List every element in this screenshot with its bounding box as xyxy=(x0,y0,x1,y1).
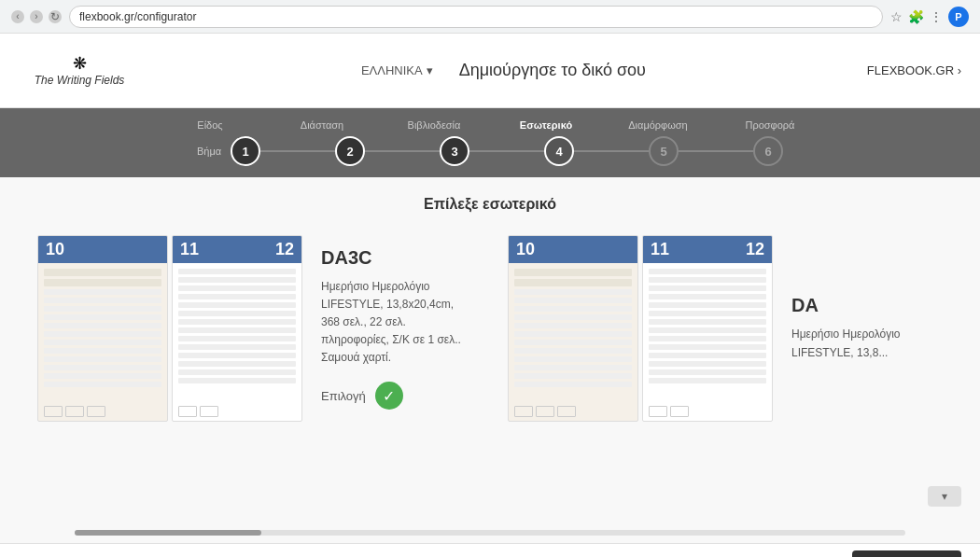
book-footer-dots xyxy=(514,406,632,417)
chevron-down-icon: ▾ xyxy=(942,490,947,503)
step-label-5: Διαμόρφωση xyxy=(602,119,714,131)
forward-button[interactable]: › xyxy=(30,10,43,23)
line xyxy=(649,269,766,274)
line xyxy=(44,269,161,276)
action-label-1: Επιλογή xyxy=(321,389,366,403)
book-preview-1: 10 xyxy=(37,235,302,422)
steps-circles-row: Βήμα 1 2 3 4 5 6 xyxy=(197,136,783,166)
line xyxy=(178,369,296,375)
line xyxy=(44,356,161,362)
step-line-4-5 xyxy=(574,150,649,152)
line xyxy=(649,369,766,375)
step-circle-5[interactable]: 5 xyxy=(649,136,679,166)
step-num-1: 1 xyxy=(242,145,248,159)
footer-dot xyxy=(514,406,533,417)
step-label-1: Είδος xyxy=(154,119,266,131)
step-num-3: 3 xyxy=(451,145,457,159)
book-lines-left-1 xyxy=(38,263,167,402)
selected-check-icon-1[interactable]: ✓ xyxy=(375,382,403,410)
line xyxy=(514,373,632,379)
footer-dot xyxy=(670,406,689,417)
book-footer-left-1 xyxy=(38,402,167,421)
step-num-2: 2 xyxy=(346,145,353,159)
step-label-text-1: Είδος xyxy=(197,119,222,131)
step-label-text-5: Διαμόρφωση xyxy=(628,119,688,131)
line xyxy=(514,279,632,286)
card-action-1[interactable]: Επιλογή ✓ xyxy=(321,382,470,410)
product-description-1: Ημερήσιο Ημερολόγιο LIFESTYLE, 13,8x20,4… xyxy=(321,278,470,368)
next-button[interactable]: Επόμενο › xyxy=(852,550,961,558)
page-footer: Οι επιλογές μου ▲ Επόμενο › xyxy=(0,543,980,557)
line xyxy=(514,331,632,337)
step-label-text-3: Βιβλιοδεσία xyxy=(408,119,461,131)
book-preview-2: 10 xyxy=(508,235,773,422)
scroll-track[interactable] xyxy=(75,530,905,536)
steps-bar: Είδος Διάσταση Βιβλιοδεσία Εσωτερικό Δια… xyxy=(0,108,980,177)
back-button[interactable]: ‹ xyxy=(11,10,24,23)
book-footer-dots xyxy=(44,406,161,417)
step-circle-4[interactable]: 4 xyxy=(544,136,574,166)
step-label-4: Εσωτερικό xyxy=(490,119,602,131)
menu-icon: ⋮ xyxy=(930,9,943,24)
book-right-page-1: 11 12 xyxy=(172,235,302,422)
main-content: Επίλεξε εσωτερικό 10 xyxy=(0,177,980,522)
site-logo[interactable]: ❋ The Writing Fields xyxy=(19,53,140,89)
step-label-text-6: Προσφορά xyxy=(746,119,795,131)
footer-dot xyxy=(178,406,197,417)
lang-label: ΕΛΛΗΝΙΚΑ xyxy=(361,63,423,77)
scroll-area xyxy=(0,522,980,543)
footer-dot xyxy=(44,406,63,417)
step-labels: Είδος Διάσταση Βιβλιοδεσία Εσωτερικό Δια… xyxy=(154,119,826,131)
footer-dot xyxy=(536,406,554,417)
line xyxy=(514,298,632,303)
line xyxy=(649,319,766,325)
step-num-4: 4 xyxy=(555,145,562,159)
logo-symbol: ❋ xyxy=(73,53,87,74)
line xyxy=(44,298,161,303)
step-circle-6[interactable]: 6 xyxy=(753,136,783,166)
url-bar[interactable]: flexbook.gr/configurator xyxy=(69,6,883,28)
line xyxy=(514,306,632,312)
step-num-5: 5 xyxy=(660,145,666,159)
book-left-page-1: 10 xyxy=(37,235,168,422)
product-card-2: 10 xyxy=(508,235,941,422)
line xyxy=(44,279,161,286)
page-num-right-2: 12 xyxy=(746,240,764,259)
line xyxy=(178,336,296,341)
book-lines-left-2 xyxy=(509,263,637,402)
header-nav: ΕΛΛΗΝΙΚΑ ▾ Δημιούργησε το δικό σου xyxy=(140,61,867,80)
line xyxy=(178,302,296,308)
page-num-left-2: 10 xyxy=(516,240,535,259)
step-circle-3[interactable]: 3 xyxy=(440,136,469,166)
scroll-thumb[interactable] xyxy=(75,530,261,536)
line xyxy=(649,327,766,333)
page-num-mid-2: 11 xyxy=(651,240,669,259)
site-link[interactable]: FLEXBOOK.GR › xyxy=(867,63,961,77)
profile-icon[interactable]: P xyxy=(948,7,969,27)
line xyxy=(649,277,766,283)
line xyxy=(178,327,296,333)
product-description-2: Ημερήσιο Ημερολόγιο LIFESTYLE, 13,8... xyxy=(791,326,941,361)
line xyxy=(178,344,296,350)
logo-text: The Writing Fields xyxy=(35,74,125,89)
book-right-page-2: 11 12 xyxy=(642,235,773,422)
line xyxy=(44,289,161,295)
book-lines-right-1 xyxy=(173,263,301,402)
page-num-right: 12 xyxy=(275,240,294,259)
line xyxy=(178,285,296,291)
language-selector[interactable]: ΕΛΛΗΝΙΚΑ ▾ xyxy=(361,63,433,77)
line xyxy=(649,285,766,291)
line xyxy=(44,331,161,337)
line xyxy=(178,294,296,299)
line xyxy=(514,340,632,345)
step-circle-1[interactable]: 1 xyxy=(231,136,260,166)
step-label-2: Διάσταση xyxy=(266,119,378,131)
reload-button[interactable]: ↻ xyxy=(49,10,62,23)
card-info-2: DA Ημερήσιο Ημερολόγιο LIFESTYLE, 13,8..… xyxy=(791,295,941,361)
line xyxy=(178,277,296,283)
scroll-down-handle[interactable]: ▾ xyxy=(928,486,961,507)
line xyxy=(514,382,632,387)
step-circle-2[interactable]: 2 xyxy=(335,136,365,166)
book-lines-right-2 xyxy=(643,263,772,402)
step-num-6: 6 xyxy=(764,145,771,159)
